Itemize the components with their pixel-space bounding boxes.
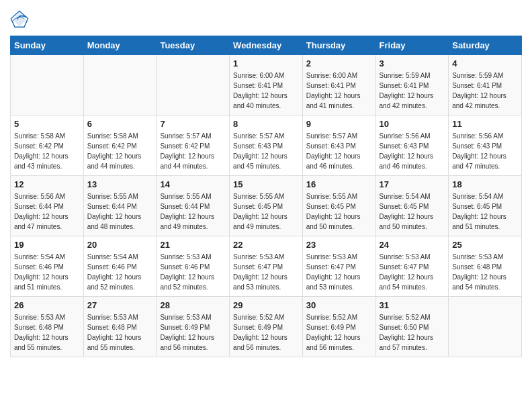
week-row-4: 19Sunrise: 5:54 AMSunset: 6:46 PMDayligh… [11, 236, 522, 297]
page-header [10, 10, 522, 29]
weekday-header-friday: Friday [375, 36, 449, 55]
day-number: 11 [452, 119, 518, 129]
day-info: Sunrise: 5:54 AMSunset: 6:45 PMDaylight:… [380, 191, 445, 232]
calendar-cell: 25Sunrise: 5:53 AMSunset: 6:48 PMDayligh… [449, 236, 522, 297]
calendar-cell: 10Sunrise: 5:56 AMSunset: 6:43 PMDayligh… [375, 116, 449, 176]
calendar-cell [449, 297, 522, 357]
logo [10, 10, 32, 29]
day-number: 26 [14, 300, 80, 310]
calendar-cell: 24Sunrise: 5:53 AMSunset: 6:47 PMDayligh… [375, 236, 449, 297]
calendar-cell: 14Sunrise: 5:55 AMSunset: 6:44 PMDayligh… [157, 176, 230, 236]
weekday-header-thursday: Thursday [302, 36, 375, 55]
weekday-header-row: SundayMondayTuesdayWednesdayThursdayFrid… [11, 36, 522, 55]
day-info: Sunrise: 6:00 AMSunset: 6:41 PMDaylight:… [306, 71, 372, 111]
week-row-5: 26Sunrise: 5:53 AMSunset: 6:48 PMDayligh… [11, 297, 522, 357]
day-info: Sunrise: 5:57 AMSunset: 6:43 PMDaylight:… [233, 131, 299, 171]
calendar-cell: 19Sunrise: 5:54 AMSunset: 6:46 PMDayligh… [11, 236, 84, 297]
day-number: 7 [160, 119, 226, 129]
calendar-cell: 12Sunrise: 5:56 AMSunset: 6:44 PMDayligh… [11, 176, 84, 236]
day-number: 31 [380, 300, 445, 310]
calendar-cell: 6Sunrise: 5:58 AMSunset: 6:42 PMDaylight… [83, 116, 157, 176]
day-info: Sunrise: 5:52 AMSunset: 6:49 PMDaylight:… [306, 312, 372, 353]
calendar-cell: 11Sunrise: 5:56 AMSunset: 6:43 PMDayligh… [449, 116, 522, 176]
calendar-cell: 28Sunrise: 5:53 AMSunset: 6:49 PMDayligh… [157, 297, 230, 357]
day-number: 16 [306, 179, 372, 189]
day-info: Sunrise: 5:53 AMSunset: 6:49 PMDaylight:… [160, 312, 226, 353]
day-number: 2 [306, 58, 372, 68]
calendar-cell: 8Sunrise: 5:57 AMSunset: 6:43 PMDaylight… [230, 116, 303, 176]
day-info: Sunrise: 5:55 AMSunset: 6:45 PMDaylight:… [306, 191, 372, 232]
day-info: Sunrise: 5:53 AMSunset: 6:47 PMDaylight:… [380, 252, 445, 292]
day-number: 30 [306, 300, 372, 310]
calendar-cell: 9Sunrise: 5:57 AMSunset: 6:43 PMDaylight… [302, 116, 375, 176]
day-number: 1 [233, 58, 299, 68]
day-number: 28 [160, 300, 226, 310]
day-info: Sunrise: 5:52 AMSunset: 6:49 PMDaylight:… [233, 312, 299, 353]
day-number: 23 [306, 240, 372, 250]
day-number: 3 [380, 58, 445, 68]
day-number: 13 [87, 179, 153, 189]
calendar-cell: 7Sunrise: 5:57 AMSunset: 6:42 PMDaylight… [157, 116, 230, 176]
day-info: Sunrise: 5:54 AMSunset: 6:46 PMDaylight:… [87, 252, 153, 292]
weekday-header-sunday: Sunday [11, 36, 84, 55]
day-number: 25 [452, 240, 518, 250]
weekday-header-tuesday: Tuesday [157, 36, 230, 55]
calendar-cell: 30Sunrise: 5:52 AMSunset: 6:49 PMDayligh… [302, 297, 375, 357]
day-number: 8 [233, 119, 299, 129]
day-number: 6 [87, 119, 153, 129]
calendar-cell: 20Sunrise: 5:54 AMSunset: 6:46 PMDayligh… [83, 236, 157, 297]
day-info: Sunrise: 5:52 AMSunset: 6:50 PMDaylight:… [380, 312, 445, 353]
day-info: Sunrise: 5:58 AMSunset: 6:42 PMDaylight:… [14, 131, 80, 171]
day-info: Sunrise: 5:56 AMSunset: 6:43 PMDaylight:… [380, 131, 445, 171]
logo-icon [10, 10, 29, 29]
calendar-cell: 4Sunrise: 5:59 AMSunset: 6:41 PMDaylight… [449, 55, 522, 116]
calendar-cell: 23Sunrise: 5:53 AMSunset: 6:47 PMDayligh… [302, 236, 375, 297]
day-number: 12 [14, 179, 80, 189]
weekday-header-wednesday: Wednesday [230, 36, 303, 55]
day-number: 27 [87, 300, 153, 310]
day-number: 22 [233, 240, 299, 250]
day-number: 19 [14, 240, 80, 250]
day-number: 4 [452, 58, 518, 68]
day-number: 5 [14, 119, 80, 129]
week-row-3: 12Sunrise: 5:56 AMSunset: 6:44 PMDayligh… [11, 176, 522, 236]
week-row-1: 1Sunrise: 6:00 AMSunset: 6:41 PMDaylight… [11, 55, 522, 116]
day-info: Sunrise: 5:59 AMSunset: 6:41 PMDaylight:… [380, 71, 445, 111]
day-info: Sunrise: 5:53 AMSunset: 6:48 PMDaylight:… [87, 312, 153, 353]
calendar-cell: 3Sunrise: 5:59 AMSunset: 6:41 PMDaylight… [375, 55, 449, 116]
calendar-cell: 27Sunrise: 5:53 AMSunset: 6:48 PMDayligh… [83, 297, 157, 357]
day-number: 29 [233, 300, 299, 310]
day-info: Sunrise: 5:53 AMSunset: 6:46 PMDaylight:… [160, 252, 226, 292]
calendar-cell: 17Sunrise: 5:54 AMSunset: 6:45 PMDayligh… [375, 176, 449, 236]
calendar-cell: 13Sunrise: 5:55 AMSunset: 6:44 PMDayligh… [83, 176, 157, 236]
day-number: 21 [160, 240, 226, 250]
calendar-table: SundayMondayTuesdayWednesdayThursdayFrid… [10, 36, 522, 357]
calendar-cell: 16Sunrise: 5:55 AMSunset: 6:45 PMDayligh… [302, 176, 375, 236]
calendar-cell: 1Sunrise: 6:00 AMSunset: 6:41 PMDaylight… [230, 55, 303, 116]
day-info: Sunrise: 5:55 AMSunset: 6:44 PMDaylight:… [160, 191, 226, 232]
weekday-header-saturday: Saturday [449, 36, 522, 55]
calendar-cell: 26Sunrise: 5:53 AMSunset: 6:48 PMDayligh… [11, 297, 84, 357]
calendar-cell [11, 55, 84, 116]
day-number: 9 [306, 119, 372, 129]
day-number: 10 [380, 119, 445, 129]
day-info: Sunrise: 5:55 AMSunset: 6:45 PMDaylight:… [233, 191, 299, 232]
calendar-cell: 18Sunrise: 5:54 AMSunset: 6:45 PMDayligh… [449, 176, 522, 236]
calendar-cell: 15Sunrise: 5:55 AMSunset: 6:45 PMDayligh… [230, 176, 303, 236]
day-info: Sunrise: 5:57 AMSunset: 6:43 PMDaylight:… [306, 131, 372, 171]
day-info: Sunrise: 5:59 AMSunset: 6:41 PMDaylight:… [452, 71, 518, 111]
calendar-cell: 22Sunrise: 5:53 AMSunset: 6:47 PMDayligh… [230, 236, 303, 297]
day-info: Sunrise: 5:58 AMSunset: 6:42 PMDaylight:… [87, 131, 153, 171]
day-number: 20 [87, 240, 153, 250]
calendar-cell: 2Sunrise: 6:00 AMSunset: 6:41 PMDaylight… [302, 55, 375, 116]
calendar-cell: 21Sunrise: 5:53 AMSunset: 6:46 PMDayligh… [157, 236, 230, 297]
calendar-cell [83, 55, 157, 116]
day-number: 15 [233, 179, 299, 189]
day-number: 18 [452, 179, 518, 189]
day-info: Sunrise: 5:55 AMSunset: 6:44 PMDaylight:… [87, 191, 153, 232]
calendar-cell: 29Sunrise: 5:52 AMSunset: 6:49 PMDayligh… [230, 297, 303, 357]
week-row-2: 5Sunrise: 5:58 AMSunset: 6:42 PMDaylight… [11, 116, 522, 176]
day-number: 24 [380, 240, 445, 250]
day-info: Sunrise: 5:57 AMSunset: 6:42 PMDaylight:… [160, 131, 226, 171]
day-number: 14 [160, 179, 226, 189]
